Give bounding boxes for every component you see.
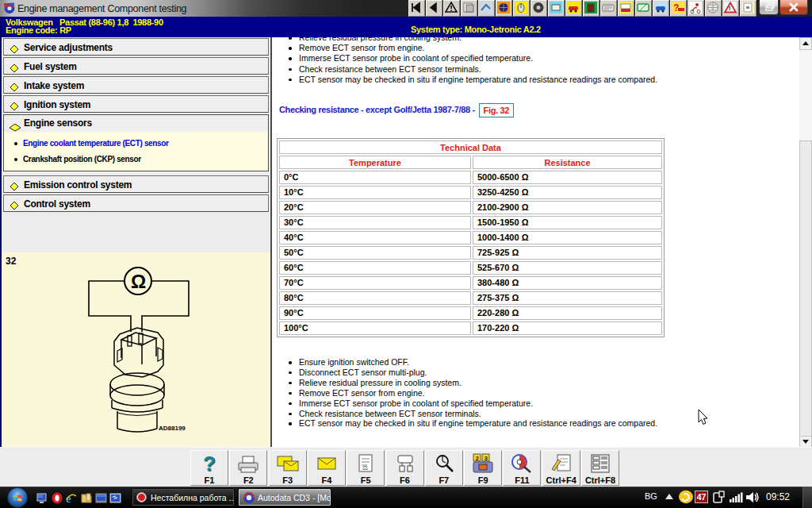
svg-text:3: 3 — [485, 455, 488, 462]
svg-text:⚖: ⚖ — [362, 464, 368, 471]
svg-text:2: 2 — [476, 455, 480, 462]
svg-text:!: ! — [729, 5, 731, 12]
svg-text:?: ? — [203, 452, 216, 475]
svg-text:e: e — [66, 492, 71, 504]
svg-text:AD88199: AD88199 — [159, 425, 186, 432]
svg-text:Ω: Ω — [131, 271, 146, 292]
